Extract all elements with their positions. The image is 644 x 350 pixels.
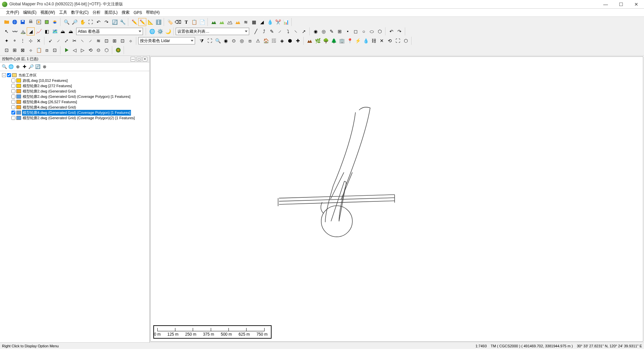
class10-button[interactable]: ✕: [378, 37, 386, 45]
circle-button[interactable]: ○: [360, 27, 368, 35]
layer-row[interactable]: 模型轮廓2.dwg (Generated Grid) (Coverage Pol…: [2, 115, 147, 121]
layer-row[interactable]: 模型轮廓4.dwg (Generated Grid) (Coverage Pol…: [2, 110, 147, 115]
layer-checkbox[interactable]: [11, 105, 15, 109]
maximize-button[interactable]: ☐: [613, 0, 629, 9]
edit8-button[interactable]: ⊡: [103, 37, 111, 45]
menu-item[interactable]: 视图(W): [38, 9, 57, 16]
layer-checkbox[interactable]: [11, 89, 15, 93]
class8-button[interactable]: 💧: [362, 37, 370, 45]
rec1-button[interactable]: ⟲: [87, 46, 95, 54]
class1-button[interactable]: [306, 37, 314, 45]
line7-button[interactable]: ➚: [300, 27, 308, 35]
lidar1-button[interactable]: ⛶: [206, 37, 214, 45]
select-button[interactable]: ↖: [3, 27, 11, 35]
panel-zoom-icon[interactable]: 🔍: [1, 64, 7, 70]
edit7-button[interactable]: ≋: [95, 37, 103, 45]
lidar-mode-dropdown[interactable]: 按分类着色 Lidar: [138, 37, 195, 44]
panel-close-button[interactable]: ✕: [143, 57, 147, 61]
panel-search-icon[interactable]: 🔎: [28, 64, 34, 70]
web-button[interactable]: 🌐: [148, 27, 156, 35]
layer-checkbox[interactable]: [11, 100, 15, 104]
rec2-button[interactable]: ⊙: [95, 46, 103, 54]
map-canvas[interactable]: 0 m125 m250 m375 m500 m625 m750 m: [150, 56, 643, 342]
shader-dropdown[interactable]: Atlas 着色器: [76, 28, 143, 35]
menu-item[interactable]: 分析: [91, 9, 103, 16]
lidar7-button[interactable]: ⚠: [254, 37, 262, 45]
ellipse-button[interactable]: ⬭: [368, 27, 376, 35]
edit4-button[interactable]: ✂: [70, 37, 78, 45]
zoom-prev-button[interactable]: ↶: [95, 18, 103, 26]
layer-checkbox[interactable]: [11, 84, 15, 88]
play-button[interactable]: [62, 46, 70, 54]
layer-row[interactable]: 模型轮廓2.dwg (Generated Grid) (Coverage Pol…: [2, 94, 147, 99]
rec3-button[interactable]: ⬡: [103, 46, 111, 54]
save-button[interactable]: [19, 18, 27, 26]
menu-item[interactable]: 编辑(E): [21, 9, 38, 16]
filter-button[interactable]: ⧩: [198, 37, 206, 45]
lidar4-python-button[interactable]: ⊙: [230, 37, 238, 45]
profile-active-button[interactable]: ◢: [27, 27, 35, 35]
next-button[interactable]: ▷: [78, 46, 87, 54]
panel-new-icon[interactable]: ✚: [21, 64, 27, 70]
layer-row[interactable]: 模型轮廓4.dwg (Generated Grid): [2, 105, 147, 110]
3d-button[interactable]: ⛰️: [19, 27, 27, 35]
panel-pin-button[interactable]: ▢: [137, 57, 141, 61]
panel-remove-icon[interactable]: ⊗: [41, 64, 47, 70]
sel1-button[interactable]: ⊡: [3, 46, 11, 54]
zoom-extent-button[interactable]: ⛶: [87, 18, 95, 26]
measure-button[interactable]: 📐: [146, 18, 154, 26]
square-button[interactable]: ◻: [352, 27, 360, 35]
layer-row[interactable]: 模型轮廓2.dwg [272 Features]: [2, 83, 147, 89]
prev-button[interactable]: ◁: [70, 46, 78, 54]
label-button[interactable]: 🏷️: [166, 18, 174, 26]
sel6-button[interactable]: ⧈: [43, 46, 51, 54]
eraser-button[interactable]: ⌫: [174, 18, 182, 26]
globe-button[interactable]: [11, 18, 19, 26]
class11-button[interactable]: ⟲: [386, 37, 394, 45]
node2-button[interactable]: ⚬: [11, 37, 19, 45]
highlight-button[interactable]: ✏️: [138, 18, 146, 26]
layer-tree[interactable]: − 当前工作区 路线.dwg [10,012 Features]模型轮廓2.dw…: [0, 71, 149, 342]
minimize-button[interactable]: —: [598, 0, 613, 9]
sel4-button[interactable]: ⟐: [27, 46, 35, 54]
zoom-next-button[interactable]: ↷: [103, 18, 111, 26]
class2-button[interactable]: 🌿: [314, 37, 322, 45]
layer-row[interactable]: 路线.dwg [10,012 Features]: [2, 78, 147, 83]
contour-button[interactable]: ≋: [242, 18, 250, 26]
target1-button[interactable]: ◉: [312, 27, 320, 35]
edit3-button[interactable]: ⤢: [62, 37, 70, 45]
wrench-button[interactable]: 🔧: [119, 18, 127, 26]
terrain1-button[interactable]: [210, 18, 218, 26]
line3-button[interactable]: ✎: [268, 27, 276, 35]
gear-button[interactable]: ⚙️: [156, 27, 164, 35]
sel5-button[interactable]: 📋: [35, 46, 43, 54]
menu-item[interactable]: 数字化(C): [69, 9, 91, 16]
profile-button[interactable]: 📈: [35, 27, 43, 35]
panel-add-icon[interactable]: ⊕: [15, 64, 21, 70]
sel7-button[interactable]: ⊡: [51, 46, 59, 54]
line2-button[interactable]: ⤴: [260, 27, 268, 35]
tree-root[interactable]: − 当前工作区: [2, 72, 147, 78]
terrain2-button[interactable]: [218, 18, 226, 26]
map1-button[interactable]: 🗺️: [51, 27, 59, 35]
expander-icon[interactable]: −: [2, 73, 6, 77]
node3-button[interactable]: ⋮: [19, 37, 27, 45]
target2-button[interactable]: ◎: [320, 27, 328, 35]
lidar3-button[interactable]: ◉: [222, 37, 230, 45]
swipe-button[interactable]: ◧: [43, 27, 51, 35]
layer-row[interactable]: 模型轮廓4.dwg [26,527 Features]: [2, 99, 147, 105]
watershed-button[interactable]: 💧: [266, 18, 274, 26]
layer-checkbox[interactable]: [11, 95, 15, 99]
line6-button[interactable]: ⟍: [292, 27, 300, 35]
poly-button[interactable]: ⬡: [376, 27, 384, 35]
root-checkbox[interactable]: [7, 73, 11, 77]
pan-button[interactable]: ✋: [78, 18, 87, 26]
target3-button[interactable]: ✎: [328, 27, 336, 35]
lidar10-button[interactable]: ◈: [278, 37, 286, 45]
lidar11-button[interactable]: ⬢: [286, 37, 294, 45]
slope-button[interactable]: ◢: [258, 18, 266, 26]
map2-button[interactable]: ⛰: [59, 27, 67, 35]
line5-button[interactable]: ⤵: [284, 27, 292, 35]
refresh-button[interactable]: 🔄: [111, 18, 119, 26]
class13-button[interactable]: ⬡: [402, 37, 410, 45]
